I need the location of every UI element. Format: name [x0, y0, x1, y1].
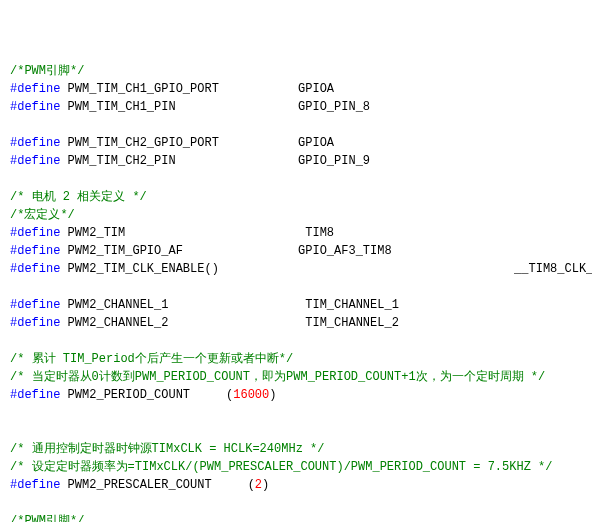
code-line: /*PWM引脚*/ [10, 512, 582, 522]
token-number: 2 [255, 478, 262, 492]
code-line: #define PWM2_TIM_GPIO_AF GPIO_AF3_TIM8 [10, 242, 582, 260]
code-line: /* 通用控制定时器时钟源TIMxCLK = HCLK=240MHz */ [10, 440, 582, 458]
code-line: #define PWM_TIM_CH1_GPIO_PORT GPIOA [10, 80, 582, 98]
code-line [10, 116, 582, 134]
code-line: #define PWM2_TIM_CLK_ENABLE() __TIM8_CLK… [10, 260, 582, 278]
token-keyword: #define [10, 154, 60, 168]
token-identifier: PWM2_TIM_GPIO_AF GPIO_AF3_TIM8 [60, 244, 391, 258]
code-line: #define PWM2_CHANNEL_2 TIM_CHANNEL_2 [10, 314, 582, 332]
token-identifier [10, 118, 17, 132]
token-identifier [10, 172, 17, 186]
token-keyword: #define [10, 244, 60, 258]
code-line: /* 累计 TIM_Period个后产生一个更新或者中断*/ [10, 350, 582, 368]
code-line: #define PWM2_TIM TIM8 [10, 224, 582, 242]
code-line: /*PWM引脚*/ [10, 62, 582, 80]
token-comment: /* 累计 TIM_Period个后产生一个更新或者中断*/ [10, 352, 293, 366]
token-keyword: #define [10, 298, 60, 312]
token-identifier: PWM2_PERIOD_COUNT ( [60, 388, 233, 402]
token-comment: /*PWM引脚*/ [10, 514, 84, 522]
token-identifier [10, 406, 17, 420]
token-identifier: PWM2_TIM_CLK_ENABLE() __TIM8_CLK_ENABLE(… [60, 262, 592, 276]
token-comment: /* 设定定时器频率为=TIMxCLK/(PWM_PRESCALER_COUNT… [10, 460, 552, 474]
token-comment: /* 电机 2 相关定义 */ [10, 190, 147, 204]
code-line [10, 494, 582, 512]
token-comment: /* 通用控制定时器时钟源TIMxCLK = HCLK=240MHz */ [10, 442, 324, 456]
token-number: 16000 [233, 388, 269, 402]
token-keyword: #define [10, 226, 60, 240]
token-identifier: PWM_TIM_CH2_PIN GPIO_PIN_9 [60, 154, 370, 168]
code-line [10, 332, 582, 350]
code-line: /*宏定义*/ [10, 206, 582, 224]
token-comment: /*宏定义*/ [10, 208, 75, 222]
token-identifier [10, 280, 17, 294]
code-line: #define PWM_TIM_CH2_GPIO_PORT GPIOA [10, 134, 582, 152]
token-comment: /*PWM引脚*/ [10, 64, 84, 78]
code-line: #define PWM2_PERIOD_COUNT (16000) [10, 386, 582, 404]
token-keyword: #define [10, 136, 60, 150]
token-identifier: PWM_TIM_CH1_PIN GPIO_PIN_8 [60, 100, 370, 114]
token-keyword: #define [10, 388, 60, 402]
code-line: #define PWM_TIM_CH2_PIN GPIO_PIN_9 [10, 152, 582, 170]
token-comment: /* 当定时器从0计数到PWM_PERIOD_COUNT，即为PWM_PERIO… [10, 370, 545, 384]
token-identifier [10, 496, 17, 510]
code-line [10, 170, 582, 188]
code-line: /* 当定时器从0计数到PWM_PERIOD_COUNT，即为PWM_PERIO… [10, 368, 582, 386]
code-line: #define PWM_TIM_CH1_PIN GPIO_PIN_8 [10, 98, 582, 116]
token-keyword: #define [10, 100, 60, 114]
code-line: /* 电机 2 相关定义 */ [10, 188, 582, 206]
token-identifier: PWM2_PRESCALER_COUNT ( [60, 478, 254, 492]
token-keyword: #define [10, 478, 60, 492]
token-identifier [10, 424, 17, 438]
token-identifier: PWM2_TIM TIM8 [60, 226, 334, 240]
token-identifier: PWM2_CHANNEL_1 TIM_CHANNEL_1 [60, 298, 398, 312]
token-identifier: PWM_TIM_CH1_GPIO_PORT GPIOA [60, 82, 334, 96]
token-identifier: PWM2_CHANNEL_2 TIM_CHANNEL_2 [60, 316, 398, 330]
token-identifier: ) [269, 388, 276, 402]
code-block: /*PWM引脚*/#define PWM_TIM_CH1_GPIO_PORT G… [10, 62, 582, 522]
code-line: #define PWM2_PRESCALER_COUNT (2) [10, 476, 582, 494]
token-keyword: #define [10, 316, 60, 330]
token-identifier [10, 334, 17, 348]
code-line [10, 422, 582, 440]
code-line [10, 404, 582, 422]
code-line: #define PWM2_CHANNEL_1 TIM_CHANNEL_1 [10, 296, 582, 314]
token-identifier: PWM_TIM_CH2_GPIO_PORT GPIOA [60, 136, 334, 150]
code-line: /* 设定定时器频率为=TIMxCLK/(PWM_PRESCALER_COUNT… [10, 458, 582, 476]
token-identifier: ) [262, 478, 269, 492]
code-line [10, 278, 582, 296]
token-keyword: #define [10, 262, 60, 276]
token-keyword: #define [10, 82, 60, 96]
